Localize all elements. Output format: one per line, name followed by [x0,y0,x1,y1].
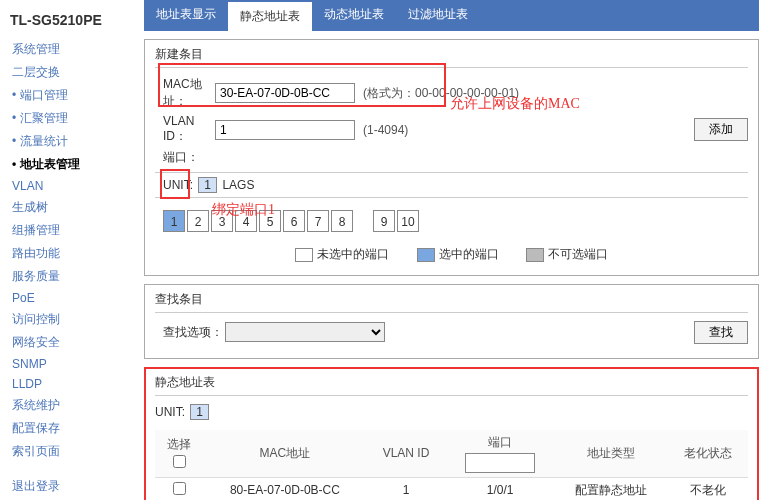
sidebar-item-15[interactable]: LLDP [8,374,140,394]
th-mac: MAC地址 [203,430,366,478]
cell-vlan: 1 [367,477,446,500]
mac-hint: (格式为：00-00-00-00-00-01) [363,85,519,102]
port-9[interactable]: 9 [373,210,395,232]
tab-3[interactable]: 过滤地址表 [396,0,480,31]
sidebar-item-14[interactable]: SNMP [8,354,140,374]
sidebar-item-16[interactable]: 系统维护 [8,394,140,417]
port-selector: 12345678910 [155,204,748,238]
port-8[interactable]: 8 [331,210,353,232]
legend-swatch-disabled [526,248,544,262]
sidebar-item-12[interactable]: 访问控制 [8,308,140,331]
add-button[interactable]: 添加 [694,118,748,141]
unit-label: UNIT: [163,178,193,192]
sidebar-item-10[interactable]: 服务质量 [8,265,140,288]
port-legend: 未选中的端口 选中的端口 不可选端口 [155,238,748,265]
sidebar-item-8[interactable]: 组播管理 [8,219,140,242]
static-table-panel: 静态地址表 UNIT: 1 选择 MAC地址 VLAN ID 端口 地址类型 老… [144,367,759,501]
sidebar-item-19[interactable]: 退出登录 [8,475,140,498]
sidebar-item-0[interactable]: 系统管理 [8,38,140,61]
table-row: 80-EA-07-0D-0B-CC11/0/1配置静态地址不老化 [155,477,748,500]
th-select: 选择 [155,430,203,478]
row-checkbox[interactable] [173,482,186,495]
sidebar-item-13[interactable]: 网络安全 [8,331,140,354]
port-7[interactable]: 7 [307,210,329,232]
sidebar-item-1[interactable]: 二层交换 [8,61,140,84]
lags-label[interactable]: LAGS [222,178,254,192]
sidebar-item-11[interactable]: PoE [8,288,140,308]
legend-swatch-selected [417,248,435,262]
new-entry-panel: 新建条目 MAC地址： (格式为：00-00-00-00-00-01) VLAN… [144,39,759,276]
sidebar-item-17[interactable]: 配置保存 [8,417,140,440]
cell-aging: 不老化 [668,477,748,500]
table-title: 静态地址表 [155,374,748,396]
panel-title: 新建条目 [155,46,748,68]
unit-row: UNIT: 1 LAGS [155,172,748,198]
table-unit-label: UNIT: [155,405,185,419]
tab-1[interactable]: 静态地址表 [228,0,312,31]
tab-bar: 地址表显示静态地址表动态地址表过滤地址表 [144,0,759,31]
mac-label: MAC地址： [155,76,215,110]
unit-value[interactable]: 1 [198,177,217,193]
tab-0[interactable]: 地址表显示 [144,0,228,31]
th-vlan: VLAN ID [367,430,446,478]
legend-selected: 选中的端口 [439,246,499,263]
sidebar-item-6[interactable]: VLAN [8,176,140,196]
port-4[interactable]: 4 [235,210,257,232]
legend-disabled: 不可选端口 [548,246,608,263]
th-type: 地址类型 [555,430,668,478]
legend-unselected: 未选中的端口 [317,246,389,263]
port-10[interactable]: 10 [397,210,419,232]
th-aging: 老化状态 [668,430,748,478]
vlan-label: VLAN ID： [155,114,215,145]
port-label: 端口： [155,149,215,166]
cell-type: 配置静态地址 [555,477,668,500]
sidebar-item-5[interactable]: 地址表管理 [8,153,140,176]
port-filter-input[interactable] [465,453,535,473]
sidebar-item-4[interactable]: 流量统计 [8,130,140,153]
port-6[interactable]: 6 [283,210,305,232]
port-2[interactable]: 2 [187,210,209,232]
tab-2[interactable]: 动态地址表 [312,0,396,31]
sidebar-item-9[interactable]: 路由功能 [8,242,140,265]
port-1[interactable]: 1 [163,210,185,232]
search-panel: 查找条目 查找选项： 查找 [144,284,759,359]
search-select[interactable] [225,322,385,342]
port-3[interactable]: 3 [211,210,233,232]
sidebar-item-2[interactable]: 端口管理 [8,84,140,107]
vlan-hint: (1-4094) [363,123,408,137]
mac-input[interactable] [215,83,355,103]
cell-port: 1/0/1 [445,477,555,500]
vlan-input[interactable] [215,120,355,140]
th-port: 端口 [445,430,555,478]
search-opt-label: 查找选项： [155,324,225,341]
sidebar-item-18[interactable]: 索引页面 [8,440,140,463]
port-5[interactable]: 5 [259,210,281,232]
cell-mac: 80-EA-07-0D-0B-CC [203,477,366,500]
product-title: TL-SG5210PE [8,8,140,38]
sidebar-item-3[interactable]: 汇聚管理 [8,107,140,130]
header-checkbox[interactable] [173,455,186,468]
legend-swatch-unselected [295,248,313,262]
static-address-table: 选择 MAC地址 VLAN ID 端口 地址类型 老化状态 端口 80-EA-0… [155,430,748,501]
table-unit-value[interactable]: 1 [190,404,209,420]
search-title: 查找条目 [155,291,748,313]
search-button[interactable]: 查找 [694,321,748,344]
sidebar-item-7[interactable]: 生成树 [8,196,140,219]
